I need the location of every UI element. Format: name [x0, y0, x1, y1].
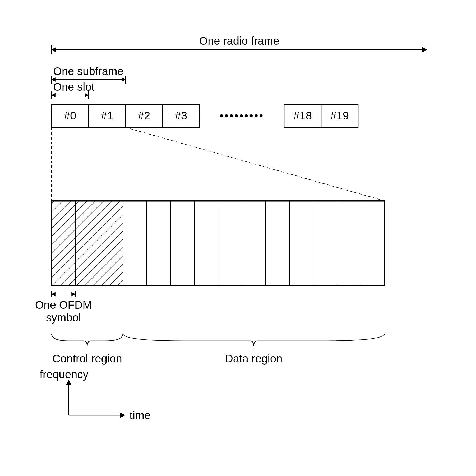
control-symbol-1 [75, 201, 99, 285]
slot-ellipsis: ••••••••• [220, 109, 264, 122]
slot-label-1: #1 [101, 109, 113, 122]
data-region-label: Data region [225, 352, 282, 365]
expansion-line-right [126, 127, 385, 201]
data-symbol-9 [266, 201, 289, 285]
data-symbol-8 [242, 201, 266, 285]
control-symbol-2 [99, 201, 123, 285]
data-region-brace [123, 334, 385, 346]
control-region-label: Control region [52, 352, 122, 365]
data-symbol-5 [170, 201, 194, 285]
slot-label-4: #18 [293, 109, 312, 122]
slot-arrow-label: One slot [53, 81, 95, 93]
radio-frame-label: One radio frame [199, 35, 279, 47]
frequency-axis-label: frequency [40, 368, 88, 381]
control-region-brace [52, 334, 123, 346]
slot-label-3: #3 [175, 109, 187, 122]
subframe-arrow-label: One subframe [53, 65, 123, 77]
data-symbol-13 [361, 201, 385, 285]
control-symbol-0 [52, 201, 75, 285]
data-symbol-12 [337, 201, 361, 285]
data-symbol-7 [218, 201, 242, 285]
data-symbol-6 [194, 201, 218, 285]
data-symbol-3 [123, 201, 147, 285]
data-symbol-10 [289, 201, 313, 285]
data-symbol-11 [313, 201, 337, 285]
ofdm-label-1: One OFDM [35, 299, 92, 311]
time-axis-label: time [130, 409, 150, 422]
slot-label-2: #2 [138, 109, 150, 122]
ofdm-label-2: symbol [46, 311, 81, 324]
slot-label-0: #0 [64, 109, 76, 122]
data-symbol-4 [147, 201, 170, 285]
slot-label-5: #19 [330, 109, 349, 122]
